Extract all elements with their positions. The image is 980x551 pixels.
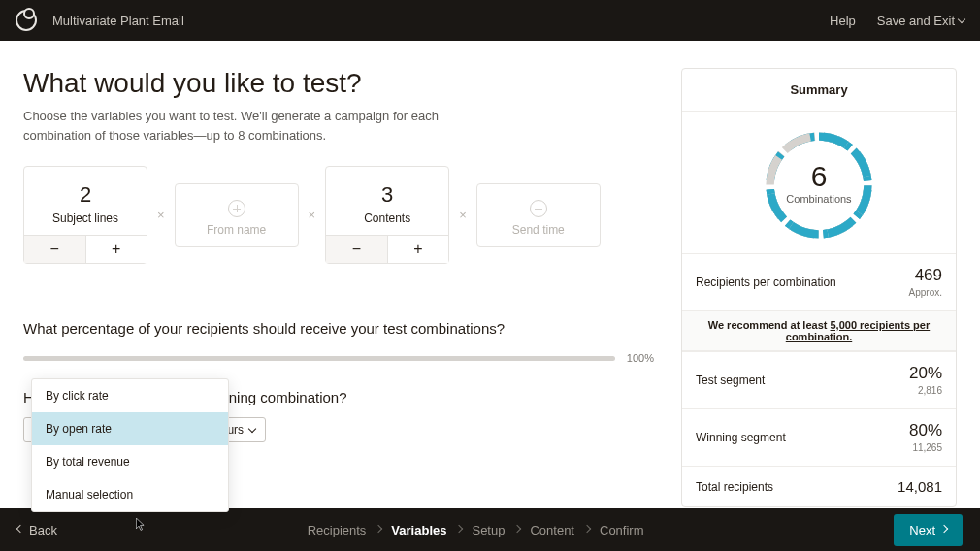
page-subtitle: Choose the variables you want to test. W… <box>23 107 450 145</box>
percentage-100-label: 100% <box>627 352 654 364</box>
recommendation-banner: We recommend at least 5,000 recipients p… <box>682 310 956 351</box>
save-and-exit-label: Save and Exit <box>877 14 955 28</box>
summary-panel: Summary 6 <box>681 68 957 506</box>
winning-segment-pct: 80% <box>909 421 942 440</box>
percentage-question: What percentage of your recipients shoul… <box>23 320 654 337</box>
mailchimp-logo-icon <box>16 10 37 31</box>
total-recipients-label: Total recipients <box>696 480 773 494</box>
contents-increment-button[interactable]: + <box>387 236 449 263</box>
variable-card-send-time[interactable]: Send time <box>476 183 601 247</box>
save-and-exit-button[interactable]: Save and Exit <box>877 14 964 28</box>
topbar-left: Multivariate Plant Email <box>16 10 184 31</box>
dropdown-option-open-rate[interactable]: By open rate <box>32 412 228 445</box>
chevron-right-icon <box>583 525 591 533</box>
help-link[interactable]: Help <box>830 14 856 28</box>
variable-card-subject-lines[interactable]: 2 Subject lines − + <box>23 166 147 264</box>
chevron-right-icon <box>375 525 382 533</box>
winner-metric-dropdown: By click rate By open rate By total reve… <box>31 378 229 512</box>
back-label: Back <box>29 523 57 537</box>
recipients-per-combination-row: Recipients per combination 469 Approx. <box>682 253 956 310</box>
steps-nav: Recipients Variables Setup Content Confi… <box>308 523 644 537</box>
contents-count: 3 <box>334 182 441 208</box>
multiplier-icon: × <box>309 208 316 222</box>
winning-segment-row: Winning segment 80% 11,265 <box>682 408 956 466</box>
chevron-left-icon <box>16 525 24 533</box>
step-recipients[interactable]: Recipients <box>308 523 367 537</box>
total-recipients-row: Total recipients 14,081 <box>682 466 956 506</box>
dropdown-option-total-revenue[interactable]: By total revenue <box>32 445 228 478</box>
chevron-down-icon <box>248 425 256 433</box>
test-segment-pct: 20% <box>909 364 942 383</box>
recipients-per-combo-label: Recipients per combination <box>696 276 836 289</box>
plus-circle-icon <box>228 200 245 217</box>
test-segment-count: 2,816 <box>918 385 942 396</box>
next-button[interactable]: Next <box>894 514 963 546</box>
total-recipients-value: 14,081 <box>898 478 942 495</box>
main-content: What would you like to test? Choose the … <box>0 41 980 506</box>
chevron-down-icon <box>958 16 965 23</box>
step-setup[interactable]: Setup <box>472 523 505 537</box>
next-label: Next <box>909 523 935 537</box>
variable-card-from-name[interactable]: From name <box>175 183 299 247</box>
multiplier-icon: × <box>157 208 165 222</box>
percentage-slider[interactable] <box>23 356 615 361</box>
combinations-gauge: 6 Combinations <box>682 112 956 253</box>
step-content[interactable]: Content <box>530 523 574 537</box>
variable-row: 2 Subject lines − + × From name × <box>23 166 654 264</box>
plus-circle-icon <box>530 200 547 217</box>
dropdown-option-click-rate[interactable]: By click rate <box>32 379 228 412</box>
topbar-right: Help Save and Exit <box>830 14 964 28</box>
combinations-label: Combinations <box>761 193 877 205</box>
test-segment-row: Test segment 20% 2,816 <box>682 351 956 408</box>
multiplier-icon: × <box>459 208 467 222</box>
left-column: What would you like to test? Choose the … <box>23 68 654 506</box>
subject-lines-increment-button[interactable]: + <box>85 236 147 263</box>
chevron-right-icon <box>513 525 521 533</box>
chevron-right-icon <box>940 525 948 533</box>
subject-lines-count: 2 <box>32 182 139 208</box>
summary-title: Summary <box>682 69 956 112</box>
footer-bar: Back Recipients Variables Setup Content … <box>0 508 980 551</box>
subject-lines-decrement-button[interactable]: − <box>24 236 85 263</box>
page-title: What would you like to test? <box>23 68 654 99</box>
recipients-per-combo-approx: Approx. <box>909 287 942 298</box>
chevron-right-icon <box>455 525 463 533</box>
contents-decrement-button[interactable]: − <box>326 236 387 263</box>
back-button[interactable]: Back <box>17 523 57 537</box>
campaign-name: Multivariate Plant Email <box>52 14 184 28</box>
from-name-label: From name <box>183 223 290 237</box>
subject-lines-label: Subject lines <box>32 211 139 225</box>
step-variables[interactable]: Variables <box>391 523 446 537</box>
combinations-count: 6 <box>761 160 877 193</box>
top-bar: Multivariate Plant Email Help Save and E… <box>0 0 980 41</box>
test-segment-label: Test segment <box>696 373 765 387</box>
dropdown-option-manual[interactable]: Manual selection <box>32 478 228 511</box>
winning-segment-count: 11,265 <box>912 442 942 453</box>
step-confirm[interactable]: Confirm <box>600 523 644 537</box>
contents-label: Contents <box>334 211 441 225</box>
send-time-label: Send time <box>485 223 592 237</box>
winning-segment-label: Winning segment <box>696 431 786 444</box>
recipients-per-combo-value: 469 <box>909 266 942 285</box>
percentage-slider-row: 100% <box>23 352 654 364</box>
variable-card-contents[interactable]: 3 Contents − + <box>325 166 449 264</box>
